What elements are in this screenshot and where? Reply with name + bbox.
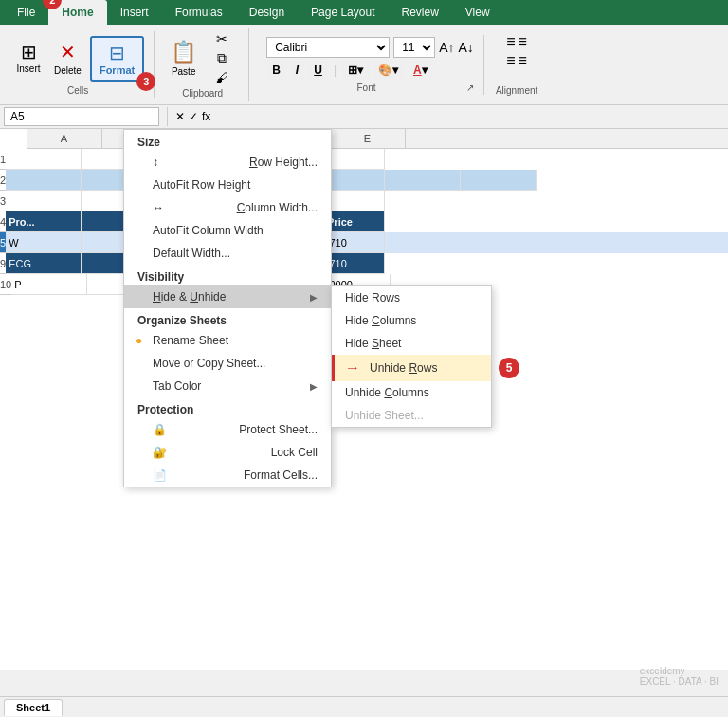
cut-button[interactable]: ✂ [205, 30, 239, 47]
context-menu: Size ↕ Row Height... AutoFit Row Height … [123, 129, 332, 487]
protect-sheet-icon: 🔒 [153, 423, 167, 436]
align-top-icon: ≡ [506, 33, 515, 50]
ribbon: File 2 Home Insert Formulas Design Page … [0, 0, 728, 105]
cancel-formula-button[interactable]: ✕ [175, 110, 185, 123]
unhide-columns-item[interactable]: Unhide Columns [332, 381, 491, 404]
cell-a2[interactable] [6, 170, 82, 191]
paste-group: 📋 Paste ✂ ⧉ 🖌 Clipboard [162, 28, 249, 101]
cell-a3[interactable] [6, 191, 82, 211]
insert-label: Insert [16, 64, 40, 74]
move-copy-item[interactable]: Move or Copy Sheet... [124, 352, 331, 375]
sheet-tab-sheet1[interactable]: Sheet1 [4, 699, 63, 716]
format-cells-item[interactable]: 📄 Format Cells... [124, 464, 331, 487]
cell-d2[interactable] [385, 170, 461, 191]
tab-review[interactable]: Review [388, 0, 451, 25]
ribbon-tabs: File 2 Home Insert Formulas Design Page … [0, 0, 728, 25]
decrease-font-button[interactable]: A↓ [459, 40, 474, 55]
row-1: 1 [0, 149, 728, 170]
font-size-select[interactable]: 11 [393, 37, 435, 58]
row-height-item[interactable]: ↕ Row Height... [124, 151, 331, 174]
badge-3: 3 [136, 72, 155, 91]
bold-button[interactable]: B [266, 61, 286, 80]
align-right-icon: ≡ [519, 52, 527, 69]
paste-button[interactable]: 📋 Paste [166, 37, 201, 80]
move-copy-label: Move or Copy Sheet... [153, 357, 265, 370]
cell-a4[interactable]: Pro... [6, 211, 82, 232]
autofit-row-item[interactable]: AutoFit Row Height [124, 174, 331, 196]
row-header-5: 1 5 [0, 232, 6, 253]
row-height-icon: ↕ [153, 156, 158, 169]
hide-rows-item[interactable]: Hide Rows [332, 286, 491, 309]
row-header-10: 10 [0, 274, 11, 295]
default-width-item[interactable]: Default Width... [124, 242, 331, 265]
paste-icon: 📋 [171, 40, 196, 64]
increase-font-button[interactable]: A↑ [439, 40, 454, 55]
cell-a1[interactable] [6, 149, 82, 170]
tab-home[interactable]: 2 Home [48, 0, 106, 25]
font-row2: B I U | ⊞▾ 🎨▾ A▾ [266, 61, 474, 80]
italic-button[interactable]: I [290, 61, 304, 80]
tab-view[interactable]: View [452, 0, 503, 25]
hide-unhide-chevron: ▶ [310, 292, 318, 303]
badge-5: 5 [499, 358, 519, 378]
tab-insert[interactable]: Insert [107, 0, 162, 25]
unhide-rows-item[interactable]: → Unhide Rows 5 [332, 355, 491, 381]
hide-columns-item[interactable]: Hide Columns [332, 309, 491, 332]
autofit-col-item[interactable]: AutoFit Column Width [124, 219, 331, 242]
lock-cell-item[interactable]: 🔐 Lock Cell [124, 441, 331, 464]
align-middle-icon: ≡ [519, 33, 527, 50]
hide-columns-label: Hide Columns [345, 314, 416, 327]
protect-sheet-item[interactable]: 🔒 Protect Sheet... [124, 418, 331, 441]
alignment-group-label: Alignment [496, 85, 537, 96]
row-4: 4 Pro... tal Price [0, 211, 728, 232]
lock-cell-icon: 🔐 [153, 446, 167, 459]
row-height-label: ow Height... [258, 156, 318, 169]
alignment-group: ≡ ≡ ≡ ≡ Alignment [492, 31, 547, 98]
formula-input[interactable] [214, 110, 724, 123]
hide-sheet-label: Hide Sheet [345, 337, 401, 350]
hide-unhide-label: Hide & Unhide [153, 290, 226, 303]
hide-unhide-item[interactable]: Hide & Unhide ▶ 4 Hide Rows Hide Columns… [124, 285, 331, 308]
unhide-rows-arrow-icon: → [345, 359, 360, 377]
cell-a5[interactable]: W [6, 232, 82, 253]
cell-a9[interactable]: ECG [6, 253, 82, 274]
paste-group-label: Clipboard [182, 86, 223, 99]
format-painter-button[interactable]: 🖌 [205, 69, 239, 86]
organize-sheets-header: Organize Sheets [124, 308, 331, 329]
confirm-formula-button[interactable]: ✓ [189, 110, 198, 123]
format-icon: ⊟ [109, 42, 125, 64]
cell-a10[interactable]: P [11, 274, 87, 295]
tab-color-item[interactable]: Tab Color ▶ [124, 375, 331, 397]
format-cells-icon: 📄 [153, 469, 167, 482]
row-2: 2 Format Tool [0, 170, 728, 191]
cell-reference-input[interactable] [4, 107, 159, 126]
delete-button[interactable]: ✕ Delete [49, 38, 86, 79]
insert-button[interactable]: ⊞ Insert [11, 40, 46, 77]
font-color-button[interactable]: A▾ [408, 61, 433, 80]
font-name-select[interactable]: Calibri [266, 37, 390, 58]
align-left-icon: ≡ [506, 52, 515, 69]
ribbon-body: ⊞ Insert ✕ Delete ⊟ Format 3 [0, 25, 728, 105]
unhide-sheet-item[interactable]: Unhide Sheet... [332, 404, 491, 427]
cell-e2[interactable] [461, 170, 537, 191]
format-button[interactable]: ⊟ Format [90, 36, 144, 82]
insert-function-button[interactable]: fx [202, 110, 210, 123]
format-label: Format [100, 64, 135, 76]
tab-page-layout[interactable]: Page Layout [298, 0, 388, 25]
watermark-line2: EXCEL · DATA · BI [640, 676, 719, 687]
fill-color-button[interactable]: 🎨▾ [373, 61, 404, 80]
unhide-sheet-label: Unhide Sheet... [345, 409, 424, 422]
tab-color-chevron: ▶ [310, 381, 318, 392]
tab-design[interactable]: Design [236, 0, 298, 25]
copy-button[interactable]: ⧉ [205, 49, 239, 67]
rename-sheet-item[interactable]: ● Rename Sheet [124, 329, 331, 352]
col-width-underline: C [237, 201, 246, 214]
tab-formulas[interactable]: Formulas [162, 0, 236, 25]
hide-sheet-item[interactable]: Hide Sheet [332, 332, 491, 355]
size-section-header: Size [124, 130, 331, 151]
col-width-item[interactable]: ↔ Column Width... [124, 196, 331, 219]
tab-file[interactable]: File [4, 0, 48, 25]
underline-button[interactable]: U [308, 61, 328, 80]
font-group-label: Font ↗ [266, 83, 474, 93]
border-button[interactable]: ⊞▾ [342, 61, 369, 80]
